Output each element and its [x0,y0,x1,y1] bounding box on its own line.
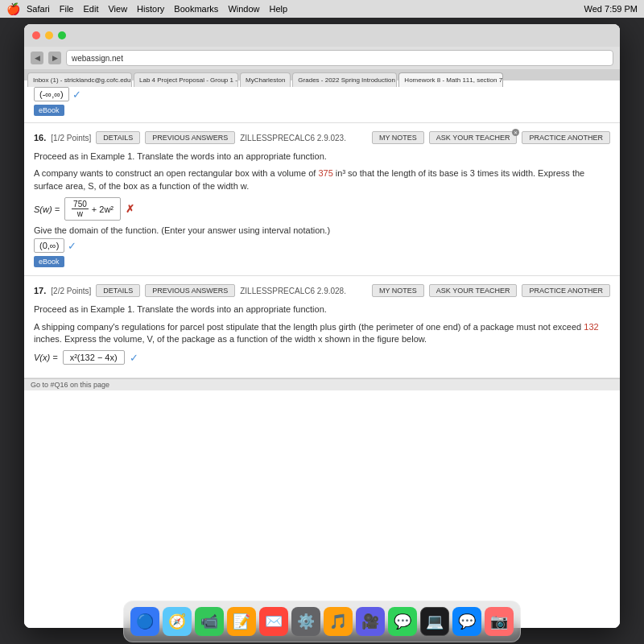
q17-details-button[interactable]: DETAILS [96,284,140,297]
back-button[interactable]: ◀ [31,52,43,64]
dock-settings[interactable]: ⚙️ [291,607,320,636]
q16-domain-check-icon: ✓ [68,240,76,252]
menubar-safari[interactable]: Safari [27,4,50,14]
question-17-header: 17. [2/2 Points] DETAILS PREVIOUS ANSWER… [34,284,610,297]
q17-points: [2/2 Points] [51,287,91,295]
q16-fraction-num: 750 [72,200,89,209]
dock-terminal[interactable]: 💻 [420,607,449,636]
q16-ask-teacher-label: ASK YOUR TEACHER [436,134,510,142]
prev-ebook-button[interactable]: eBook [34,105,64,116]
tab-mycharleston[interactable]: MyCharleston [240,72,291,87]
q17-formula-check-icon: ✓ [130,352,138,364]
q16-ask-teacher-button[interactable]: ASK YOUR TEACHER ✕ [429,131,518,144]
url-bar[interactable]: webassign.net [66,50,613,66]
tab-homework[interactable]: Homework 8 - Math 111, section 7, Spring… [398,72,503,87]
prev-interval-input[interactable]: (-∞,∞) [34,87,69,101]
dock-safari[interactable]: 🧭 [163,607,192,636]
menubar-edit[interactable]: Edit [83,4,98,14]
tab-grades[interactable]: Grades - 2022 Spring Introduction to Cel… [292,72,397,87]
q17-highlight-132: 132 [584,322,598,332]
menubar-view[interactable]: View [108,4,127,14]
q16-intro-text: Proceed as in Example 1. Translate the w… [34,151,610,163]
q16-domain-input[interactable]: (0,∞) [34,238,64,253]
close-button[interactable] [32,31,40,39]
prev-interval-value: (-∞,∞) [39,89,64,99]
q16-ebook-button[interactable]: eBook [34,256,64,267]
menubar-window[interactable]: Window [228,4,259,14]
q16-details-button[interactable]: DETAILS [96,131,140,144]
q17-problem-text: A shipping company's regulations for par… [34,321,610,346]
q16-formula-label: S(w) = [34,204,60,214]
dock-notes[interactable]: 📝 [227,607,256,636]
prev-check-icon: ✓ [72,89,81,101]
q16-fraction: 750 w [72,200,89,218]
q16-formula-extra: + 2w² [92,204,114,214]
q16-ask-teacher-close-icon[interactable]: ✕ [512,129,519,136]
q16-formula-input[interactable]: 750 w + 2w² [64,197,121,221]
q16-points: [1/2 Points] [51,134,91,142]
dock-photo[interactable]: 📷 [485,607,514,636]
q16-practice-button[interactable]: PRACTICE ANOTHER [522,131,610,144]
q17-formula-value: x²(132 − 4x) [70,353,118,362]
minimize-button[interactable] [45,31,53,39]
url-text: webassign.net [72,54,123,63]
browser-titlebar [24,24,620,47]
webassign-content: (-∞,∞) ✓ eBook 16. [1/2 Points] DETAILS … [24,80,620,628]
dock-mail[interactable]: ✉️ [259,607,288,636]
menubar-bookmarks[interactable]: Bookmarks [174,4,218,14]
q17-ask-teacher-button[interactable]: ASK YOUR TEACHER [429,284,518,297]
menubar-help[interactable]: Help [270,4,288,14]
q16-domain-label: Give the domain of the function. (Enter … [34,225,610,235]
q16-number: 16. [34,133,46,142]
q16-formula-row: S(w) = 750 w + 2w² ✗ [34,197,610,221]
desktop: 🍎 Safari File Edit View History Bookmark… [0,0,644,644]
q17-intro-text: Proceed as in Example 1. Translate the w… [34,303,610,316]
apple-menu[interactable]: 🍎 [6,2,20,15]
q17-prev-answers-button[interactable]: PREVIOUS ANSWERS [145,284,235,297]
q17-problem-code: ZILLESSPRECALC6 2.9.028. [240,287,346,295]
goto-bar[interactable]: Go to #Q16 on this page [24,378,620,390]
q17-formula-input[interactable]: x²(132 − 4x) [63,350,125,365]
q16-prev-answers-button[interactable]: PREVIOUS ANSWERS [145,131,235,144]
question-17-section: 17. [2/2 Points] DETAILS PREVIOUS ANSWER… [24,276,620,378]
forward-button[interactable]: ▶ [48,52,61,64]
menubar-history[interactable]: History [137,4,164,14]
browser-window: ◀ ▶ webassign.net Inbox (1) - strickland… [24,24,620,628]
menubar-file[interactable]: File [60,4,74,14]
q16-problem-text: A company wants to construct an open rec… [34,167,610,192]
menubar-right: Wed 7:59 PM [584,4,638,14]
maximize-button[interactable] [58,31,66,39]
q17-number: 17. [34,286,46,295]
question-16-section: 16. [1/2 Points] DETAILS PREVIOUS ANSWER… [24,123,620,276]
dock-facetime[interactable]: 📹 [195,607,224,636]
dock: 🔵 🧭 📹 📝 ✉️ ⚙️ 🎵 🎥 💬 💻 💬 📷 [123,601,521,642]
menubar: 🍎 Safari File Edit View History Bookmark… [0,0,644,18]
q16-fraction-den: w [76,209,85,218]
browser-chrome: ◀ ▶ webassign.net Inbox (1) - strickland… [24,24,620,80]
dock-discord[interactable]: 💬 [388,607,417,636]
dock-spotify[interactable]: 🎵 [324,607,353,636]
q17-my-notes-button[interactable]: MY NOTES [372,284,424,297]
q16-wrong-icon: ✗ [126,203,134,215]
q17-formula-row: V(x) = x²(132 − 4x) ✓ [34,350,610,365]
dock-zoom[interactable]: 🎥 [356,607,385,636]
q17-formula-label: V(x) = [34,353,58,362]
q16-problem-code: ZILLESSPRECALC6 2.9.023. [240,134,346,142]
q16-my-notes-button[interactable]: MY NOTES [372,131,424,144]
q16-highlight-375: 375 [318,168,332,178]
url-bar-row: ◀ ▶ webassign.net [24,47,620,69]
dock-messages[interactable]: 💬 [452,607,481,636]
clock: Wed 7:59 PM [584,4,638,14]
dock-finder[interactable]: 🔵 [130,607,159,636]
q16-domain-value: (0,∞) [39,241,59,250]
prev-answer-box: (-∞,∞) ✓ [34,87,81,101]
question-16-header: 16. [1/2 Points] DETAILS PREVIOUS ANSWER… [34,131,610,144]
q17-practice-button[interactable]: PRACTICE ANOTHER [522,284,610,297]
tab-googledocs[interactable]: Lab 4 Project Proposal - Group 1 - Googl… [134,72,238,87]
q16-domain-box: (0,∞) ✓ [34,238,76,253]
tab-inbox[interactable]: Inbox (1) - stricklandc@g.cofc.edu - Col… [27,72,132,87]
browser-content[interactable]: (-∞,∞) ✓ eBook 16. [1/2 Points] DETAILS … [24,80,620,628]
